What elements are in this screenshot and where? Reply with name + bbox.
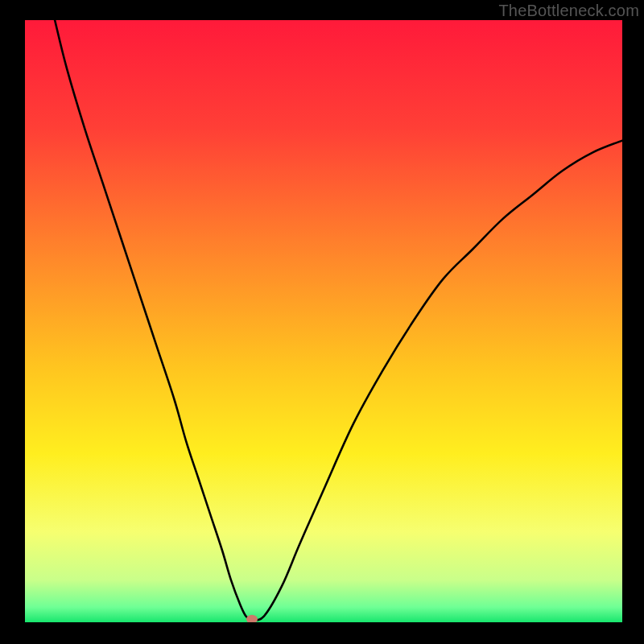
watermark-text: TheBottleneck.com xyxy=(498,2,639,20)
plot-background-gradient xyxy=(25,20,622,622)
chart-container: TheBottleneck.com xyxy=(0,0,644,644)
bottleneck-chart xyxy=(0,0,644,644)
